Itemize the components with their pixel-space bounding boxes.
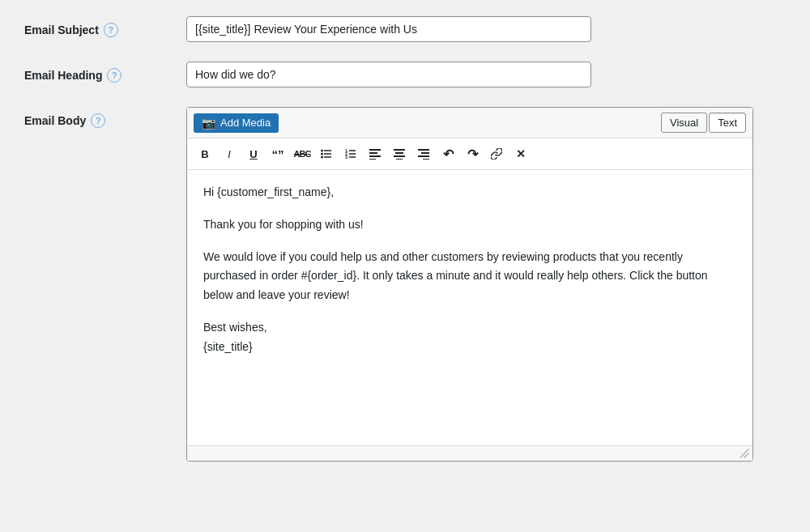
content-line-1: Hi {customer_first_name}, bbox=[203, 183, 736, 202]
content-line-4: Best wishes,{site_title} bbox=[203, 318, 736, 357]
email-subject-label: Email Subject bbox=[24, 23, 99, 36]
svg-rect-15 bbox=[369, 159, 376, 160]
text-tab-button[interactable]: Text bbox=[709, 113, 746, 133]
svg-rect-16 bbox=[394, 149, 405, 151]
svg-rect-13 bbox=[369, 152, 377, 154]
editor-top-bar: 📷 Add Media Visual Text bbox=[187, 108, 752, 138]
email-subject-help-icon[interactable]: ? bbox=[104, 23, 118, 37]
email-body-row: Email Body ? 📷 Add Media Visual Text B I… bbox=[24, 107, 786, 462]
svg-rect-14 bbox=[369, 155, 381, 157]
unordered-list-button[interactable] bbox=[315, 143, 338, 164]
email-body-field-cell: 📷 Add Media Visual Text B I U “” ABC bbox=[186, 107, 786, 462]
link-button[interactable] bbox=[485, 143, 508, 164]
undo-button[interactable]: ↶ bbox=[437, 143, 459, 164]
svg-rect-5 bbox=[324, 156, 331, 158]
email-body-help-icon[interactable]: ? bbox=[91, 113, 105, 128]
visual-tab-button[interactable]: Visual bbox=[661, 113, 707, 133]
add-media-icon: 📷 bbox=[202, 117, 215, 130]
email-body-label-cell: Email Body ? bbox=[24, 107, 186, 128]
align-left-button[interactable] bbox=[364, 143, 386, 164]
svg-rect-23 bbox=[423, 159, 429, 160]
blockquote-button[interactable]: “” bbox=[266, 143, 289, 164]
svg-rect-19 bbox=[396, 159, 403, 160]
redo-button[interactable]: ↷ bbox=[461, 143, 484, 164]
strikethrough-button[interactable]: ABC bbox=[291, 143, 313, 164]
email-heading-input[interactable] bbox=[186, 62, 591, 87]
add-media-button[interactable]: 📷 Add Media bbox=[194, 113, 279, 133]
svg-rect-1 bbox=[324, 150, 331, 151]
bold-button[interactable]: B bbox=[194, 143, 216, 164]
email-subject-input[interactable] bbox=[186, 16, 591, 42]
email-body-label: Email Body bbox=[24, 114, 86, 127]
email-subject-field-cell bbox=[186, 16, 786, 42]
editor-toolbar: B I U “” ABC 1. bbox=[187, 138, 752, 170]
editor-content-area[interactable]: Hi {customer_first_name}, Thank you for … bbox=[187, 170, 752, 445]
ordered-list-button[interactable]: 1. 2. 3. bbox=[339, 143, 362, 164]
svg-rect-22 bbox=[418, 155, 429, 157]
email-heading-field-cell bbox=[186, 62, 786, 87]
email-heading-row: Email Heading ? bbox=[24, 62, 786, 87]
svg-rect-18 bbox=[394, 155, 405, 157]
email-heading-label-cell: Email Heading ? bbox=[24, 62, 186, 83]
view-toggle: Visual Text bbox=[661, 113, 746, 133]
email-heading-label: Email Heading bbox=[24, 69, 102, 82]
editor-resize-bar bbox=[187, 445, 752, 461]
svg-rect-3 bbox=[324, 153, 331, 155]
svg-point-4 bbox=[321, 156, 323, 159]
svg-rect-20 bbox=[418, 149, 429, 151]
underline-button[interactable]: U bbox=[242, 143, 265, 164]
svg-rect-7 bbox=[349, 150, 356, 151]
align-right-button[interactable] bbox=[412, 143, 435, 164]
align-center-button[interactable] bbox=[388, 143, 411, 164]
email-subject-row: Email Subject ? bbox=[24, 16, 786, 42]
content-line-3: We would love if you could help us and o… bbox=[203, 248, 736, 305]
email-body-editor-wrapper: 📷 Add Media Visual Text B I U “” ABC bbox=[186, 107, 753, 462]
resize-handle-icon[interactable] bbox=[740, 449, 749, 458]
content-line-2: Thank you for shopping with us! bbox=[203, 215, 736, 235]
add-media-label: Add Media bbox=[220, 117, 271, 129]
svg-point-0 bbox=[321, 150, 323, 152]
email-heading-help-icon[interactable]: ? bbox=[107, 68, 122, 83]
italic-button[interactable]: I bbox=[218, 143, 241, 164]
svg-point-2 bbox=[321, 153, 323, 155]
svg-rect-17 bbox=[395, 152, 403, 154]
svg-text:3.: 3. bbox=[345, 155, 349, 160]
svg-rect-21 bbox=[421, 152, 429, 154]
svg-rect-9 bbox=[349, 153, 356, 155]
unlink-button[interactable]: ✕ bbox=[509, 143, 532, 164]
email-subject-label-cell: Email Subject ? bbox=[24, 16, 186, 37]
svg-rect-11 bbox=[349, 156, 356, 158]
svg-rect-12 bbox=[369, 149, 381, 151]
